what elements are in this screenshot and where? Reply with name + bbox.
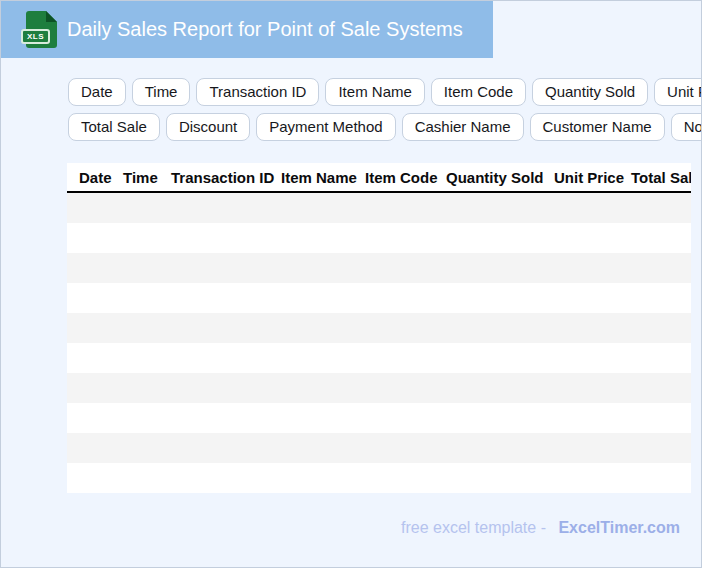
- sales-table: DateTimeTransaction IDItem NameItem Code…: [67, 163, 691, 493]
- footer-credit: free excel template - ExcelTimer.com: [401, 519, 680, 537]
- field-chip-item-name[interactable]: Item Name: [325, 78, 424, 106]
- field-chip-unit-price[interactable]: Unit Price: [654, 78, 702, 106]
- xls-file-icon-badge: XLS: [21, 29, 50, 44]
- xls-file-icon-fold: [46, 11, 57, 22]
- footer-text: free excel template -: [401, 519, 546, 536]
- table-header-row: DateTimeTransaction IDItem NameItem Code…: [67, 163, 691, 193]
- field-chip-notes[interactable]: Notes: [671, 113, 702, 141]
- column-header-unit-price: Unit Price: [554, 169, 631, 186]
- field-chip-item-code[interactable]: Item Code: [431, 78, 526, 106]
- page-title: Daily Sales Report for Point of Sale Sys…: [67, 18, 463, 41]
- table-row: [67, 373, 691, 403]
- column-header-quantity-sold: Quantity Sold: [446, 169, 554, 186]
- table-row: [67, 283, 691, 313]
- table-row: [67, 193, 691, 223]
- table-body: [67, 193, 691, 493]
- table-row: [67, 463, 691, 493]
- template-preview-page: XLS Daily Sales Report for Point of Sale…: [0, 0, 702, 568]
- footer-brand[interactable]: ExcelTimer.com: [558, 519, 680, 536]
- field-chip-cashier-name[interactable]: Cashier Name: [402, 113, 524, 141]
- column-header-item-code: Item Code: [365, 169, 446, 186]
- table-row: [67, 223, 691, 253]
- field-chip-customer-name[interactable]: Customer Name: [530, 113, 665, 141]
- column-header-item-name: Item Name: [281, 169, 365, 186]
- field-chips: DateTimeTransaction IDItem NameItem Code…: [68, 78, 700, 148]
- xls-file-icon: XLS: [24, 10, 58, 49]
- column-header-transaction-id: Transaction ID: [171, 169, 281, 186]
- field-chip-date[interactable]: Date: [68, 78, 126, 106]
- field-chip-time[interactable]: Time: [132, 78, 191, 106]
- header-banner: XLS Daily Sales Report for Point of Sale…: [1, 1, 493, 58]
- field-chip-quantity-sold[interactable]: Quantity Sold: [532, 78, 648, 106]
- field-chips-row-1: DateTimeTransaction IDItem NameItem Code…: [68, 78, 700, 106]
- table-row: [67, 253, 691, 283]
- table-row: [67, 403, 691, 433]
- table-row: [67, 313, 691, 343]
- column-header-time: Time: [123, 169, 171, 186]
- table-row: [67, 343, 691, 373]
- field-chip-transaction-id[interactable]: Transaction ID: [196, 78, 319, 106]
- field-chip-payment-method[interactable]: Payment Method: [256, 113, 395, 141]
- field-chip-total-sale[interactable]: Total Sale: [68, 113, 160, 141]
- table-row: [67, 433, 691, 463]
- column-header-total-sale: Total Sale: [631, 169, 691, 186]
- field-chip-discount[interactable]: Discount: [166, 113, 250, 141]
- column-header-date: Date: [67, 169, 123, 186]
- field-chips-row-2: Total SaleDiscountPayment MethodCashier …: [68, 113, 700, 141]
